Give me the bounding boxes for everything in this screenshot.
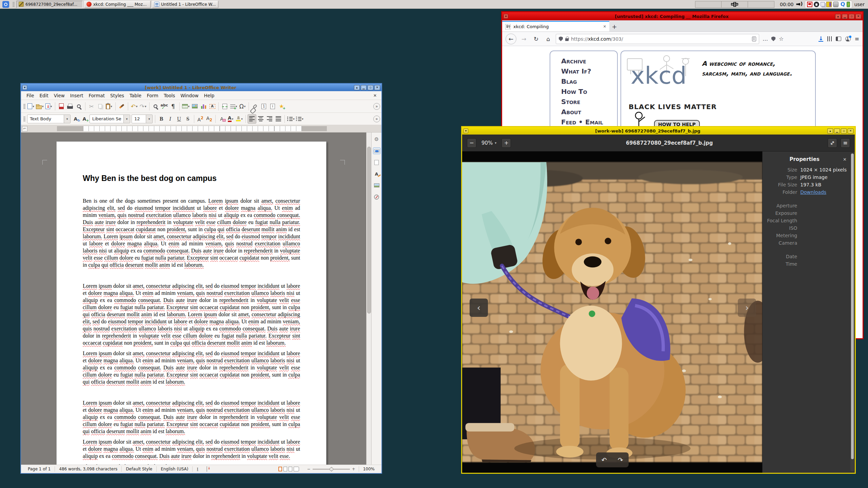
zoom-in-icon[interactable]: + — [352, 467, 355, 471]
page-count-status[interactable]: Page 1 of 1 — [24, 467, 55, 471]
insert-hyperlink-button[interactable] — [251, 102, 259, 111]
menu-item[interactable]: Format — [86, 92, 108, 99]
chevron-down-icon[interactable]: ▾ — [244, 105, 246, 108]
justify-button[interactable] — [274, 114, 283, 124]
align-center-button[interactable] — [256, 114, 265, 124]
next-image-button[interactable]: › — [738, 299, 756, 317]
document-paragraph[interactable] — [83, 389, 300, 396]
print-button[interactable] — [66, 102, 75, 111]
document-paragraph[interactable] — [83, 272, 300, 279]
xkcd-nav-link[interactable]: Store — [561, 97, 617, 107]
scrollbar-thumb[interactable] — [851, 154, 854, 459]
insert-textbox-button[interactable]: A — [208, 102, 217, 111]
chevron-down-icon[interactable]: ▾ — [146, 115, 152, 123]
find-replace-button[interactable] — [151, 102, 160, 111]
zoom-slider[interactable]: − + — [304, 467, 359, 471]
task-button[interactable]: Untitled 1 - LibreOffice W... — [152, 1, 218, 8]
minimize-button[interactable]: ▁ — [361, 85, 367, 90]
new-document-button[interactable]: ▾ — [26, 102, 35, 111]
chevron-down-icon[interactable]: ▾ — [33, 105, 34, 108]
xkcd-nav-link[interactable]: What If? — [561, 66, 617, 76]
align-left-button[interactable] — [248, 114, 256, 124]
xkcd-nav-link[interactable]: Feed • Email — [561, 117, 617, 127]
xkcd-nav-link[interactable]: How To — [561, 86, 617, 97]
toolbar-grip[interactable] — [23, 104, 25, 109]
zoom-level-dropdown[interactable]: 90%▾ — [479, 138, 499, 148]
hamburger-menu-icon[interactable]: ≡ — [855, 36, 859, 42]
task-button[interactable]: xkcd: Compiling ___ Moz... — [84, 1, 151, 8]
chevron-down-icon[interactable]: ▾ — [145, 105, 146, 108]
copy-button[interactable] — [96, 102, 105, 111]
menu-item[interactable]: Window — [178, 92, 201, 99]
menu-item[interactable]: File — [24, 92, 37, 99]
document-paragraph[interactable]: Lorem ipsum dolor sit amet, consectetur … — [83, 438, 300, 460]
open-button[interactable]: ▾ — [35, 102, 44, 111]
tray-keyring-icon[interactable] — [814, 2, 819, 7]
shade-button[interactable]: ▴ — [835, 14, 841, 19]
chevron-down-icon[interactable]: ▾ — [123, 115, 130, 123]
start-menu-button[interactable] — [0, 0, 12, 8]
protections-shield-icon[interactable] — [771, 37, 775, 41]
document-paragraph[interactable]: Lorem ipsum dolor sit amet, consectetur … — [83, 282, 300, 346]
chevron-down-icon[interactable]: ▾ — [188, 105, 190, 108]
tray-devices-icon[interactable] — [826, 2, 832, 7]
tab-xkcd[interactable]: xkcd: Compiling ✕ — [502, 21, 609, 32]
tray-disk-icon[interactable] — [833, 2, 839, 7]
tray-display-icon[interactable] — [807, 2, 812, 7]
page-style-status[interactable]: Default Style — [122, 467, 156, 471]
viewer-menu-button[interactable]: ≡ — [841, 138, 850, 148]
font-color-button[interactable]: A▾ — [226, 114, 235, 124]
document-paragraph[interactable]: Lorem ipsum dolor sit amet, consectetur … — [83, 350, 300, 385]
multi-page-view-icon[interactable] — [289, 467, 292, 471]
new-style-button[interactable]: A+ — [80, 114, 89, 124]
new-tab-button[interactable]: + — [609, 21, 619, 32]
undo-button[interactable]: ↶▾ — [130, 102, 139, 111]
unsaved-changes-icon[interactable] — [206, 466, 207, 472]
menu-item[interactable]: Insert — [67, 92, 86, 99]
print-preview-button[interactable] — [75, 102, 83, 111]
document-area[interactable]: Why Ben is the best dog on campus Ben is… — [21, 133, 366, 465]
chevron-down-icon[interactable]: ▾ — [64, 115, 70, 123]
selection-mode-icon[interactable]: I̱ — [197, 466, 198, 471]
formatting-marks-button[interactable]: ¶ — [169, 102, 178, 111]
document-heading[interactable]: Why Ben is the best dog on campus — [83, 174, 300, 183]
tray-clipboard-icon[interactable] — [821, 2, 825, 6]
insert-page-break-button[interactable] — [220, 102, 229, 111]
properties-close-icon[interactable]: ✕ — [843, 157, 847, 162]
document-page[interactable]: Why Ben is the best dog on campus Ben is… — [56, 141, 327, 465]
minimize-button[interactable]: ▁ — [842, 14, 848, 19]
sidebar-settings-gear-icon[interactable]: ⚙ — [373, 136, 380, 143]
scrollbar-thumb[interactable] — [367, 147, 371, 313]
firefox-titlebar[interactable]: ▾ [untrusted] xkcd: Compiling __ Mozilla… — [502, 12, 863, 20]
book-view-icon[interactable] — [294, 467, 299, 471]
multi-page-view-icon[interactable] — [283, 467, 287, 471]
cut-button[interactable]: ✂ — [87, 102, 96, 111]
clear-formatting-button[interactable]: A — [217, 114, 226, 124]
rotate-right-button[interactable]: ↷ — [618, 456, 623, 464]
zoom-slider-track[interactable] — [313, 469, 350, 470]
volume-icon[interactable] — [796, 2, 803, 7]
workspace-2[interactable] — [722, 1, 748, 8]
numbered-list-button[interactable]: ▾ — [295, 114, 304, 124]
workspace-3[interactable] — [748, 1, 774, 8]
maximize-button[interactable]: ▫ — [841, 128, 847, 134]
spelling-button[interactable]: abc — [160, 102, 169, 111]
document-paragraph[interactable]: Lorem ipsum dolor sit amet, consectetur … — [83, 399, 300, 435]
page-actions-icon[interactable]: … — [763, 36, 768, 42]
menu-item[interactable]: Tools — [161, 92, 178, 99]
url-bar[interactable]: https://xkcd.com/303/ — [556, 34, 759, 44]
align-right-button[interactable] — [265, 114, 274, 124]
zoom-slider-knob[interactable] — [330, 467, 333, 471]
insert-table-button[interactable]: ▾ — [181, 102, 191, 111]
tray-battery-icon[interactable] — [847, 2, 850, 7]
document-paragraph[interactable]: Therefore I conclude: Ben is the best do… — [83, 463, 300, 465]
panel-scrollbar[interactable] — [850, 153, 854, 471]
writer-titlebar[interactable]: ▾ [work] Untitled 1 - LibreOffice Writer… — [21, 84, 381, 91]
export-pdf-button[interactable] — [57, 102, 66, 111]
library-icon[interactable] — [827, 36, 832, 41]
toolbar-overflow-button[interactable]: » — [373, 116, 380, 122]
sidebar-properties-icon[interactable] — [373, 147, 380, 154]
font-name-select[interactable]: Liberation Se▾ — [90, 115, 130, 123]
tab-stop-selector[interactable]: ⌐ — [22, 126, 27, 131]
single-page-view-icon[interactable] — [278, 467, 282, 471]
